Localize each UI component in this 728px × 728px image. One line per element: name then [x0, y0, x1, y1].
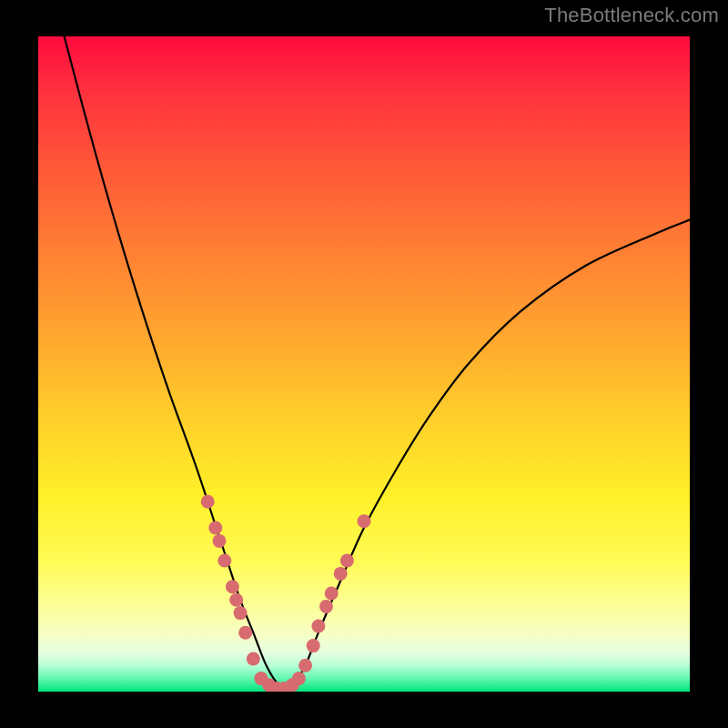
marker-dot	[208, 521, 222, 535]
marker-dot	[229, 593, 243, 607]
marker-dot	[307, 639, 320, 652]
bottleneck-curve	[65, 36, 690, 688]
plot-area	[38, 36, 690, 692]
marker-dot	[325, 587, 339, 601]
marker-dot	[358, 514, 371, 528]
marker-dot	[334, 567, 348, 581]
curve-layer	[38, 36, 690, 692]
marker-dot	[217, 554, 231, 568]
marker-dot	[238, 626, 252, 640]
marker-dot	[298, 659, 312, 672]
marker-dot	[247, 652, 260, 666]
marker-dot	[319, 600, 333, 613]
chart-frame: TheBottleneck.com	[0, 0, 728, 728]
marker-dots	[201, 495, 371, 692]
marker-dot	[311, 620, 325, 633]
marker-dot	[201, 495, 215, 509]
watermark-text: TheBottleneck.com	[544, 4, 719, 27]
marker-dot	[292, 672, 306, 685]
marker-dot	[340, 554, 354, 568]
marker-dot	[213, 534, 227, 548]
marker-dot	[234, 606, 248, 620]
marker-dot	[226, 580, 239, 593]
